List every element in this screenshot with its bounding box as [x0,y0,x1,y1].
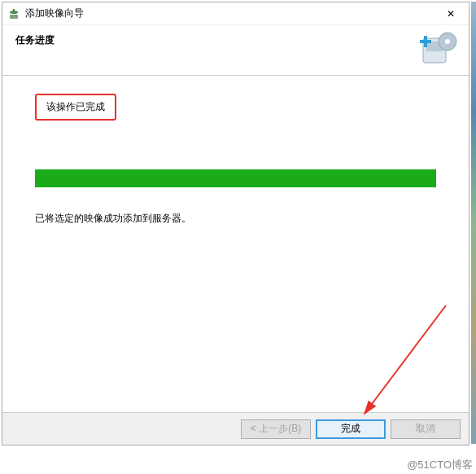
finish-button[interactable]: 完成 [316,419,386,439]
wizard-window: 添加映像向导 ✕ 任务进度 [0,0,476,474]
app-icon [7,7,20,20]
result-message: 已将选定的映像成功添加到服务器。 [35,212,436,226]
dialog-frame: 添加映像向导 ✕ 任务进度 [2,2,469,445]
back-button: < 上一步(B) [241,419,311,439]
close-button[interactable]: ✕ [435,3,467,24]
side-decoration [471,2,476,444]
wizard-footer: < 上一步(B) 完成 取消 [2,412,469,445]
status-text: 该操作已完成 [46,101,105,112]
cancel-button: 取消 [391,419,461,439]
progress-bar [35,169,436,187]
window-title: 添加映像向导 [25,7,435,20]
header-icon [418,30,459,71]
svg-point-6 [445,39,450,44]
svg-rect-0 [10,15,18,19]
svg-rect-8 [424,36,427,47]
status-highlight-box: 该操作已完成 [35,94,116,121]
wizard-header: 任务进度 [2,25,469,76]
watermark: @51CTO博客 [407,458,473,472]
titlebar: 添加映像向导 ✕ [2,2,469,25]
page-title: 任务进度 [15,33,55,47]
close-icon: ✕ [447,8,455,20]
content-area: 该操作已完成 已将选定的映像成功添加到服务器。 [2,76,469,414]
svg-rect-2 [13,9,15,12]
